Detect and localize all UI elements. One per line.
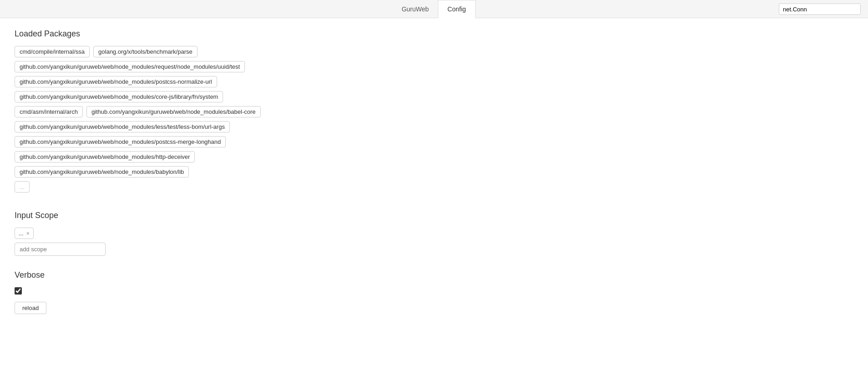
list-item-truncated: ... — [15, 181, 30, 193]
package-row: ... — [15, 181, 532, 193]
package-row: cmd/compile/internal/ssa golang.org/x/to… — [15, 46, 532, 57]
package-row: github.com/yangxikun/guruweb/web/node_mo… — [15, 91, 532, 102]
list-item[interactable]: github.com/yangxikun/guruweb/web/node_mo… — [15, 91, 223, 102]
loaded-packages-title: Loaded Packages — [15, 29, 532, 39]
package-row: github.com/yangxikun/guruweb/web/node_mo… — [15, 151, 532, 163]
verbose-title: Verbose — [15, 270, 532, 280]
list-item[interactable]: golang.org/x/tools/benchmark/parse — [93, 46, 198, 57]
package-row: github.com/yangxikun/guruweb/web/node_mo… — [15, 61, 532, 72]
tab-guruweb[interactable]: GuruWeb — [392, 0, 438, 18]
packages-scroll-area[interactable]: cmd/compile/internal/ssa golang.org/x/to… — [15, 46, 532, 196]
header: GuruWeb Config — [0, 0, 868, 18]
verbose-checkbox[interactable] — [15, 287, 22, 295]
package-row: github.com/yangxikun/guruweb/web/node_mo… — [15, 136, 532, 147]
list-item[interactable]: github.com/yangxikun/guruweb/web/node_mo… — [86, 106, 261, 117]
list-item[interactable]: github.com/yangxikun/guruweb/web/node_mo… — [15, 136, 226, 147]
header-tabs: GuruWeb Config — [392, 0, 475, 18]
list-item[interactable]: github.com/yangxikun/guruweb/web/node_mo… — [15, 121, 230, 132]
scope-tag-label: ... — [19, 230, 24, 237]
scope-tag: ... × — [15, 228, 34, 239]
package-row: github.com/yangxikun/guruweb/web/node_mo… — [15, 121, 532, 132]
list-item[interactable]: github.com/yangxikun/guruweb/web/node_mo… — [15, 166, 189, 178]
list-item[interactable]: cmd/asm/internal/arch — [15, 106, 83, 117]
verbose-section: Verbose reload — [15, 270, 532, 314]
search-input[interactable] — [779, 3, 861, 15]
list-item[interactable]: github.com/yangxikun/guruweb/web/node_mo… — [15, 151, 195, 163]
loaded-packages-section: Loaded Packages cmd/compile/internal/ssa… — [15, 29, 532, 196]
header-search-wrapper — [779, 3, 861, 15]
add-scope-input[interactable] — [15, 243, 106, 256]
main-content: Loaded Packages cmd/compile/internal/ssa… — [0, 18, 546, 336]
package-row: cmd/asm/internal/arch github.com/yangxik… — [15, 106, 532, 117]
verbose-checkbox-wrapper — [15, 287, 532, 295]
input-scope-title: Input Scope — [15, 211, 532, 220]
tab-config[interactable]: Config — [438, 0, 475, 18]
package-row: github.com/yangxikun/guruweb/web/node_mo… — [15, 76, 532, 87]
list-item[interactable]: github.com/yangxikun/guruweb/web/node_mo… — [15, 61, 245, 72]
list-item[interactable]: cmd/compile/internal/ssa — [15, 46, 90, 57]
scope-tag-close[interactable]: × — [26, 231, 30, 236]
list-item[interactable]: github.com/yangxikun/guruweb/web/node_mo… — [15, 76, 217, 87]
reload-button[interactable]: reload — [15, 302, 46, 314]
input-scope-section: Input Scope ... × — [15, 211, 532, 256]
package-row: github.com/yangxikun/guruweb/web/node_mo… — [15, 166, 532, 178]
